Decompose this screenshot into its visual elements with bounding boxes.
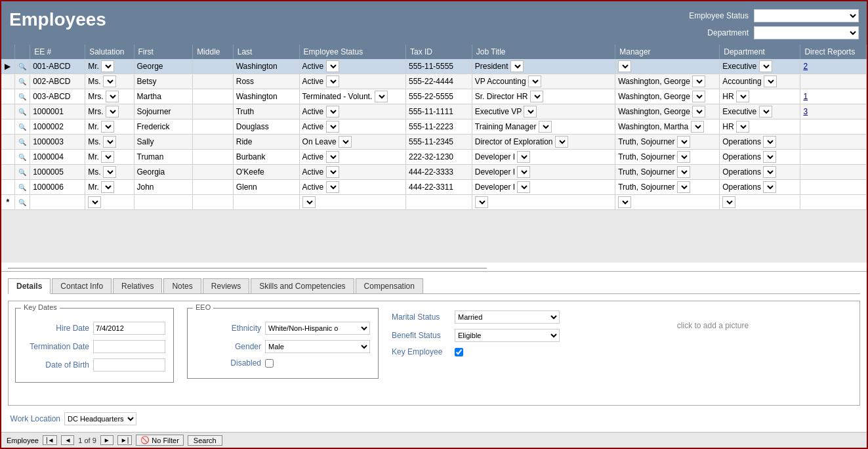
dept-dropdown[interactable]: ▼ (763, 136, 776, 148)
manager-dropdown[interactable]: ▼ (692, 75, 705, 87)
new-dept-select[interactable]: ▼ (722, 196, 735, 208)
job-dropdown[interactable]: ▼ (528, 75, 541, 87)
status-dropdown[interactable]: ▼ (375, 91, 388, 102)
salutation-select[interactable]: ▼ (101, 151, 114, 163)
table-row[interactable]: 🔍 1000001 Mrs. ▼ Sojourner Truth Active … (1, 104, 867, 119)
new-job-select[interactable]: ▼ (475, 196, 488, 208)
status-dropdown[interactable]: ▼ (326, 181, 339, 193)
tab-contact-info[interactable]: Contact Info (52, 278, 112, 293)
dept-dropdown[interactable]: ▼ (763, 181, 776, 193)
row-search-icon[interactable]: 🔍 (18, 184, 26, 191)
salutation-select[interactable]: ▼ (103, 75, 116, 87)
table-row[interactable]: ▶ 🔍 001-ABCD Mr. ▼ George Washington Act… (1, 59, 867, 74)
manager-dropdown[interactable]: ▼ (677, 151, 690, 163)
marital-status-select[interactable]: Married Single Divorced (455, 310, 560, 324)
job-dropdown[interactable]: ▼ (517, 151, 530, 163)
manager-dropdown[interactable]: ▼ (691, 121, 704, 133)
tab-relatives[interactable]: Relatives (113, 278, 162, 293)
row-search-icon[interactable]: 🔍 (18, 154, 26, 161)
row-search-cell[interactable]: 🔍 (14, 104, 30, 119)
status-dropdown[interactable]: ▼ (326, 121, 339, 133)
hire-date-input[interactable] (93, 322, 165, 335)
row-search-cell[interactable]: 🔍 (14, 180, 30, 195)
new-row-search[interactable]: 🔍 (14, 195, 30, 210)
nav-last-button[interactable]: ►| (117, 435, 133, 445)
row-search-cell[interactable]: 🔍 (14, 59, 30, 74)
row-search-cell[interactable]: 🔍 (14, 165, 30, 180)
table-row[interactable]: 🔍 1000006 Mr. ▼ John Glenn Active ▼ 444-… (1, 180, 867, 195)
table-row[interactable]: 🔍 1000005 Ms. ▼ Georgia O'Keefe Active ▼… (1, 165, 867, 180)
job-dropdown[interactable]: ▼ (530, 91, 543, 102)
search-button[interactable]: Search (188, 435, 222, 446)
dept-dropdown[interactable]: ▼ (764, 75, 777, 87)
row-search-icon[interactable]: 🔍 (18, 63, 26, 70)
row-search-icon[interactable]: 🔍 (18, 139, 26, 146)
dept-dropdown[interactable]: ▼ (736, 121, 749, 133)
salutation-select[interactable]: ▼ (106, 91, 119, 102)
manager-dropdown[interactable]: ▼ (618, 60, 631, 72)
table-row[interactable]: 🔍 1000003 Ms. ▼ Sally Ride On Leave ▼ 55… (1, 135, 867, 150)
tab-compensation[interactable]: Compensation (356, 278, 423, 293)
tab-notes[interactable]: Notes (163, 278, 201, 293)
job-dropdown[interactable]: ▼ (555, 136, 568, 148)
row-search-icon[interactable]: 🔍 (18, 78, 26, 85)
tab-details[interactable]: Details (8, 278, 51, 294)
manager-dropdown[interactable]: ▼ (692, 106, 705, 118)
job-dropdown[interactable]: ▼ (510, 60, 524, 72)
dept-dropdown[interactable]: ▼ (763, 151, 776, 163)
manager-dropdown[interactable]: ▼ (677, 181, 690, 193)
nav-prev-button[interactable]: ◄ (61, 435, 74, 445)
salutation-select[interactable]: ▼ (103, 166, 116, 178)
salutation-select[interactable]: ▼ (103, 136, 116, 148)
benefit-status-select[interactable]: Eligible Not Eligible (455, 329, 560, 342)
dept-dropdown[interactable]: ▼ (759, 106, 772, 118)
gender-select[interactable]: Male Female (265, 340, 370, 353)
manager-dropdown[interactable]: ▼ (692, 91, 705, 102)
nav-next-button[interactable]: ► (100, 435, 114, 445)
new-mgr-select[interactable]: ▼ (618, 196, 631, 208)
row-search-cell[interactable]: 🔍 (14, 89, 30, 104)
row-search-cell[interactable]: 🔍 (14, 74, 30, 89)
salutation-select[interactable]: ▼ (101, 121, 114, 133)
department-select[interactable]: Executive Accounting HR Operations (754, 26, 859, 39)
work-location-select[interactable]: DC Headquarters (64, 412, 136, 425)
key-employee-checkbox[interactable] (455, 348, 463, 356)
reports-link[interactable]: 3 (803, 107, 808, 116)
reports-link[interactable]: 1 (803, 92, 808, 101)
manager-dropdown[interactable]: ▼ (677, 166, 690, 178)
new-status-select[interactable]: ▼ (302, 196, 316, 208)
row-search-cell[interactable]: 🔍 (14, 135, 30, 150)
table-row[interactable]: 🔍 1000004 Mr. ▼ Truman Burbank Active ▼ … (1, 150, 867, 165)
table-row[interactable]: 🔍 1000002 Mr. ▼ Frederick Douglass Activ… (1, 119, 867, 135)
row-search-icon[interactable]: 🔍 (18, 93, 26, 100)
dept-dropdown[interactable]: ▼ (736, 91, 749, 102)
termination-date-input[interactable] (93, 340, 165, 353)
status-dropdown[interactable]: ▼ (326, 60, 339, 72)
tab-skills-and-competencies[interactable]: Skills and Competencies (251, 278, 354, 293)
picture-area[interactable]: click to add a picture (573, 308, 853, 343)
job-dropdown[interactable]: ▼ (524, 106, 537, 118)
status-dropdown[interactable]: ▼ (326, 75, 339, 87)
table-row[interactable]: 🔍 002-ABCD Ms. ▼ Betsy Ross Active ▼ 555… (1, 74, 867, 89)
disabled-checkbox[interactable] (265, 359, 274, 368)
salutation-select[interactable]: ▼ (101, 181, 114, 193)
salutation-select[interactable]: ▼ (101, 60, 114, 72)
dept-dropdown[interactable]: ▼ (763, 166, 776, 178)
row-search-icon[interactable]: 🔍 (18, 108, 26, 116)
dob-input[interactable] (93, 358, 165, 372)
ethnicity-select[interactable]: White/Non-Hispanic o (265, 322, 370, 335)
nav-first-button[interactable]: |◄ (43, 435, 58, 445)
status-dropdown[interactable]: ▼ (339, 136, 352, 148)
reports-link[interactable]: 2 (803, 62, 808, 71)
dept-dropdown[interactable]: ▼ (759, 60, 772, 72)
job-dropdown[interactable]: ▼ (517, 181, 530, 193)
row-search-icon[interactable]: 🔍 (18, 123, 26, 131)
status-dropdown[interactable]: ▼ (326, 106, 339, 118)
row-search-cell[interactable]: 🔍 (14, 119, 30, 135)
table-row[interactable]: 🔍 003-ABCD Mrs. ▼ Martha Washington Term… (1, 89, 867, 104)
row-search-icon[interactable]: 🔍 (18, 169, 26, 176)
job-dropdown[interactable]: ▼ (517, 166, 530, 178)
row-search-cell[interactable]: 🔍 (14, 150, 30, 165)
job-dropdown[interactable]: ▼ (539, 121, 552, 133)
new-sal-select[interactable]: ▼ (88, 196, 101, 208)
